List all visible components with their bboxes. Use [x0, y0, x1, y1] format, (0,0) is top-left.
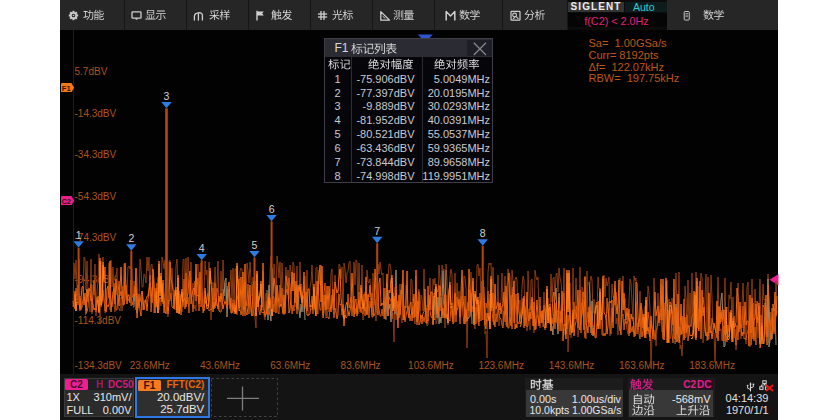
svg-text:6: 6	[269, 203, 275, 215]
svg-text:8: 8	[480, 227, 486, 239]
svg-text:5: 5	[252, 239, 258, 251]
svg-text:3: 3	[164, 90, 170, 102]
svg-text:2: 2	[128, 232, 134, 244]
svg-text:4: 4	[199, 242, 205, 254]
svg-text:7: 7	[374, 225, 380, 237]
svg-text:1: 1	[76, 229, 82, 241]
